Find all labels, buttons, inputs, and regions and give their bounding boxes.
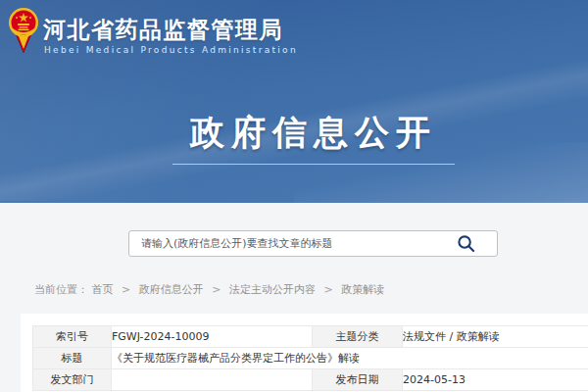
header-banner: 河北省药品监督管理局 Hebei Medical Products Admini…: [0, 0, 588, 203]
breadcrumb-link-info-disclosure[interactable]: 政府信息公开: [139, 283, 204, 296]
search-input[interactable]: [128, 230, 498, 257]
department-label: 发文部门: [33, 369, 112, 391]
department-value: [112, 369, 313, 391]
breadcrumb-prefix: 当前位置：: [34, 283, 88, 296]
breadcrumb-separator: >: [122, 283, 130, 296]
breadcrumb-link-home[interactable]: 首页: [92, 283, 114, 296]
title-label: 标题: [33, 348, 112, 369]
breadcrumb-link-statutory-content[interactable]: 法定主动公开内容: [229, 283, 316, 296]
breadcrumb-separator: >: [212, 283, 220, 296]
org-name-english: Hebei Medical Products Administration: [44, 45, 298, 55]
title-underline-divider: [172, 164, 455, 165]
breadcrumb-link-policy-interpretation[interactable]: 政策解读: [341, 283, 384, 296]
index-number-label: 索引号: [33, 326, 112, 348]
national-emblem-icon: [8, 7, 39, 56]
publish-date-label: 发布日期: [313, 369, 403, 391]
table-row: 标题 《关于规范医疗器械产品分类界定工作的公告》解读: [33, 348, 588, 369]
search-button[interactable]: [455, 234, 476, 254]
category-label: 主题分类: [313, 326, 403, 348]
breadcrumb-separator: >: [323, 283, 332, 296]
document-metadata-table: 索引号 FGWJ-2024-10009 主题分类 法规文件 / 政策解读 标题 …: [32, 325, 588, 391]
table-row: 索引号 FGWJ-2024-10009 主题分类 法规文件 / 政策解读: [33, 326, 588, 348]
search-icon: [457, 234, 475, 253]
page-title: 政府信息公开: [0, 110, 588, 156]
index-number-value: FGWJ-2024-10009: [112, 326, 313, 348]
title-value: 《关于规范医疗器械产品分类界定工作的公告》解读: [112, 348, 588, 369]
publish-date-value: 2024-05-13: [403, 369, 588, 391]
table-row: 发文部门 发布日期 2024-05-13: [33, 369, 588, 391]
breadcrumb: 当前位置： 首页 > 政府信息公开 > 法定主动公开内容 > 政策解读: [34, 282, 384, 297]
org-name-chinese: 河北省药品监督管理局: [43, 15, 283, 45]
category-value: 法规文件 / 政策解读: [403, 326, 588, 348]
site-brand-link[interactable]: 河北省药品监督管理局 Hebei Medical Products Admini…: [0, 0, 323, 69]
